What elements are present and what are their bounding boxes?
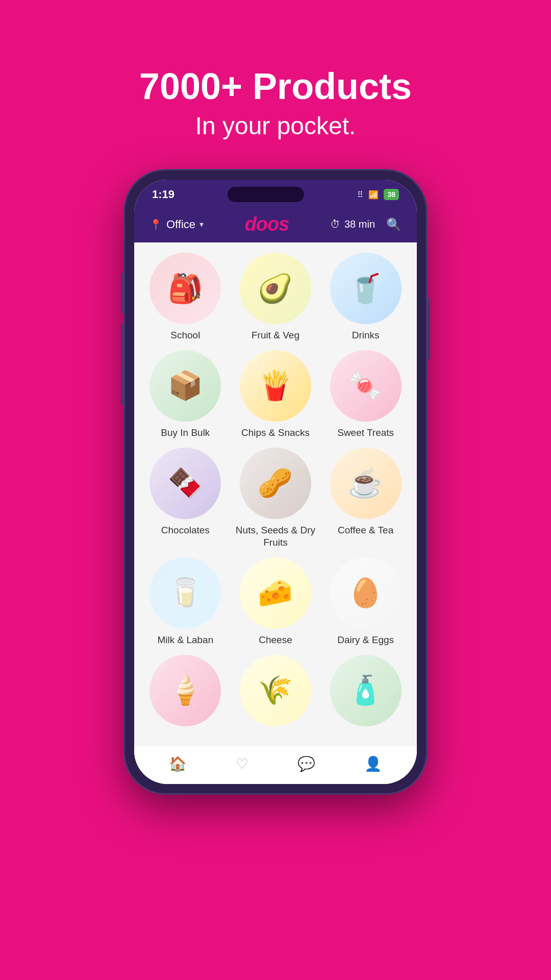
status-bar: 1:19 ⠿ 📶 38 bbox=[134, 180, 417, 206]
nav-home-icon: 🏠 bbox=[169, 755, 187, 772]
category-image-chocolates: 🍫 bbox=[149, 448, 221, 519]
category-label-nuts-seeds: Nuts, Seeds & Dry Fruits bbox=[235, 524, 317, 549]
category-item-sweet-treats[interactable]: 🍬Sweet Treats bbox=[324, 350, 407, 439]
category-item-school[interactable]: 🎒School bbox=[144, 253, 227, 342]
category-image-coffee-tea: ☕ bbox=[330, 448, 402, 519]
location-pin-icon: 📍 bbox=[149, 218, 162, 231]
category-item-nuts-seeds[interactable]: 🥜Nuts, Seeds & Dry Fruits bbox=[235, 448, 317, 549]
search-icon[interactable]: 🔍 bbox=[386, 217, 402, 232]
status-time: 1:19 bbox=[152, 188, 174, 201]
category-circle-sweet-treats: 🍬 bbox=[330, 350, 402, 422]
category-circle-partial3: 🧴 bbox=[330, 655, 402, 726]
category-label-fruit-veg: Fruit & Veg bbox=[252, 329, 299, 342]
wifi-icon: 📶 bbox=[368, 190, 379, 200]
category-label-coffee-tea: Coffee & Tea bbox=[338, 524, 393, 537]
category-label-chocolates: Chocolates bbox=[161, 524, 210, 537]
category-image-drinks: 🥤 bbox=[330, 253, 402, 324]
category-image-dairy-eggs: 🥚 bbox=[330, 557, 402, 629]
categories-scroll[interactable]: 🎒School🥑Fruit & Veg🥤Drinks📦Buy In Bulk🍟C… bbox=[134, 242, 417, 745]
grid-icon: ⠿ bbox=[357, 190, 363, 200]
category-item-fruit-veg[interactable]: 🥑Fruit & Veg bbox=[235, 253, 317, 342]
category-label-drinks: Drinks bbox=[352, 329, 380, 342]
category-label-milk-laban: Milk & Laban bbox=[157, 634, 213, 647]
category-circle-buy-in-bulk: 📦 bbox=[149, 350, 221, 422]
category-circle-drinks: 🥤 bbox=[330, 253, 402, 324]
category-circle-chocolates: 🍫 bbox=[149, 448, 221, 519]
nav-item-chat[interactable]: 💬 bbox=[287, 753, 325, 775]
category-image-nuts-seeds: 🥜 bbox=[240, 448, 311, 519]
nav-item-profile[interactable]: 👤 bbox=[354, 753, 392, 775]
category-image-sweet-treats: 🍬 bbox=[330, 350, 402, 422]
hero-section: 7000+ Products In your pocket. bbox=[139, 66, 412, 140]
delivery-time-label: 38 min bbox=[344, 218, 375, 230]
category-circle-school: 🎒 bbox=[149, 253, 221, 324]
category-image-cheese: 🧀 bbox=[240, 557, 311, 629]
nav-favorites-icon: ♡ bbox=[236, 755, 248, 772]
nav-item-favorites[interactable]: ♡ bbox=[226, 753, 259, 775]
category-circle-partial2: 🌾 bbox=[240, 655, 311, 726]
hero-subtitle: In your pocket. bbox=[139, 112, 412, 140]
hero-title: 7000+ Products bbox=[139, 66, 412, 107]
nav-profile-icon: 👤 bbox=[364, 755, 382, 772]
category-image-fruit-veg: 🥑 bbox=[240, 253, 311, 324]
category-circle-cheese: 🧀 bbox=[240, 557, 311, 629]
clock-icon: ⏱ bbox=[330, 218, 340, 230]
category-label-chips-snacks: Chips & Snacks bbox=[241, 427, 310, 439]
app-logo: doos bbox=[245, 213, 289, 235]
category-image-school: 🎒 bbox=[149, 253, 221, 324]
category-circle-nuts-seeds: 🥜 bbox=[240, 448, 311, 519]
category-image-partial1: 🍦 bbox=[149, 655, 221, 726]
category-circle-coffee-tea: ☕ bbox=[330, 448, 402, 519]
location-label: Office bbox=[166, 218, 195, 231]
battery-indicator: 38 bbox=[384, 189, 399, 200]
category-circle-partial1: 🍦 bbox=[149, 655, 221, 726]
category-item-coffee-tea[interactable]: ☕Coffee & Tea bbox=[324, 448, 407, 549]
category-item-partial3[interactable]: 🧴 bbox=[324, 655, 407, 726]
category-circle-milk-laban: 🥛 bbox=[149, 557, 221, 629]
category-label-cheese: Cheese bbox=[259, 634, 292, 647]
category-image-partial3: 🧴 bbox=[330, 655, 402, 726]
category-item-partial2[interactable]: 🌾 bbox=[235, 655, 317, 726]
category-item-chips-snacks[interactable]: 🍟Chips & Snacks bbox=[235, 350, 317, 439]
categories-grid: 🎒School🥑Fruit & Veg🥤Drinks📦Buy In Bulk🍟C… bbox=[144, 253, 407, 736]
category-label-buy-in-bulk: Buy In Bulk bbox=[161, 427, 210, 439]
category-circle-dairy-eggs: 🥚 bbox=[330, 557, 402, 629]
location-selector[interactable]: 📍 Office ▾ bbox=[149, 218, 204, 231]
nav-chat-icon: 💬 bbox=[297, 755, 315, 772]
category-item-milk-laban[interactable]: 🥛Milk & Laban bbox=[144, 557, 227, 647]
chevron-down-icon: ▾ bbox=[199, 219, 204, 229]
category-item-partial1[interactable]: 🍦 bbox=[144, 655, 227, 726]
status-icons: ⠿ 📶 38 bbox=[357, 189, 399, 200]
category-image-milk-laban: 🥛 bbox=[149, 557, 221, 629]
category-item-cheese[interactable]: 🧀Cheese bbox=[235, 557, 317, 647]
nav-item-home[interactable]: 🏠 bbox=[159, 753, 197, 775]
category-circle-chips-snacks: 🍟 bbox=[240, 350, 311, 422]
category-label-dairy-eggs: Dairy & Eggs bbox=[337, 634, 394, 647]
phone-mockup: 1:19 ⠿ 📶 38 📍 Office ▾ doos ⏱ 38 min 🔍 bbox=[125, 170, 426, 793]
bottom-nav: 🏠♡💬👤 bbox=[134, 745, 417, 784]
category-image-chips-snacks: 🍟 bbox=[240, 350, 311, 422]
notch bbox=[228, 187, 304, 202]
category-image-buy-in-bulk: 📦 bbox=[149, 350, 221, 422]
category-item-chocolates[interactable]: 🍫Chocolates bbox=[144, 448, 227, 549]
phone-screen: 1:19 ⠿ 📶 38 📍 Office ▾ doos ⏱ 38 min 🔍 bbox=[134, 180, 417, 784]
category-item-buy-in-bulk[interactable]: 📦Buy In Bulk bbox=[144, 350, 227, 439]
category-label-sweet-treats: Sweet Treats bbox=[337, 427, 394, 439]
category-label-school: School bbox=[170, 329, 200, 342]
category-item-drinks[interactable]: 🥤Drinks bbox=[324, 253, 407, 342]
delivery-time: ⏱ 38 min 🔍 bbox=[330, 217, 402, 232]
category-item-dairy-eggs[interactable]: 🥚Dairy & Eggs bbox=[324, 557, 407, 647]
app-header: 📍 Office ▾ doos ⏱ 38 min 🔍 bbox=[134, 206, 417, 242]
category-circle-fruit-veg: 🥑 bbox=[240, 253, 311, 324]
category-image-partial2: 🌾 bbox=[240, 655, 311, 726]
